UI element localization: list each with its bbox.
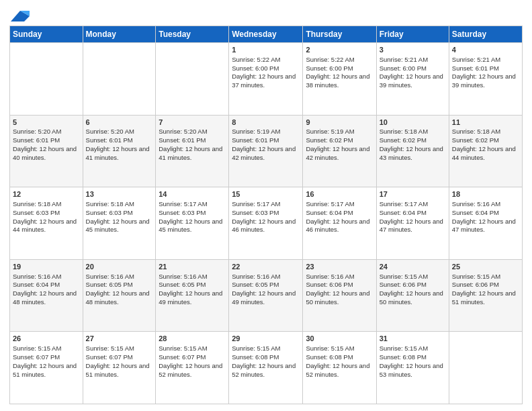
calendar-cell: 10Sunrise: 5:18 AMSunset: 6:02 PMDayligh… bbox=[376, 115, 449, 187]
daylight-text: Daylight: 12 hours and 45 minutes. bbox=[86, 218, 150, 234]
sunrise-text: Sunrise: 5:15 AM bbox=[452, 273, 500, 280]
calendar-cell: 18Sunrise: 5:16 AMSunset: 6:04 PMDayligh… bbox=[449, 187, 522, 260]
daylight-text: Daylight: 12 hours and 47 minutes. bbox=[380, 218, 443, 234]
sunset-text: Sunset: 6:01 PM bbox=[232, 136, 279, 144]
sunset-text: Sunset: 6:01 PM bbox=[452, 64, 499, 72]
sunrise-text: Sunrise: 5:22 AM bbox=[232, 56, 280, 63]
day-number: 10 bbox=[380, 118, 446, 128]
day-number: 17 bbox=[380, 189, 446, 199]
daylight-text: Daylight: 12 hours and 44 minutes. bbox=[13, 218, 77, 234]
daylight-text: Daylight: 12 hours and 50 minutes. bbox=[380, 289, 443, 306]
week-row-2: 5Sunrise: 5:20 AMSunset: 6:01 PMDaylight… bbox=[10, 115, 523, 187]
calendar-cell: 16Sunrise: 5:17 AMSunset: 6:04 PMDayligh… bbox=[303, 187, 376, 260]
sunset-text: Sunset: 6:00 PM bbox=[232, 64, 279, 72]
day-number: 22 bbox=[232, 262, 300, 272]
week-row-4: 19Sunrise: 5:16 AMSunset: 6:04 PMDayligh… bbox=[10, 259, 523, 332]
sunset-text: Sunset: 6:08 PM bbox=[232, 353, 279, 361]
sunset-text: Sunset: 6:06 PM bbox=[306, 281, 353, 288]
day-number: 11 bbox=[452, 118, 519, 128]
sunrise-text: Sunrise: 5:18 AM bbox=[452, 128, 500, 135]
calendar-cell: 2Sunrise: 5:22 AMSunset: 6:00 PMDaylight… bbox=[303, 43, 376, 116]
calendar-cell: 29Sunrise: 5:15 AMSunset: 6:08 PMDayligh… bbox=[229, 332, 303, 404]
weekday-header-wednesday: Wednesday bbox=[229, 26, 303, 43]
calendar-cell: 23Sunrise: 5:16 AMSunset: 6:06 PMDayligh… bbox=[303, 259, 376, 332]
sunrise-text: Sunrise: 5:15 AM bbox=[380, 273, 428, 280]
day-number: 31 bbox=[380, 334, 446, 344]
daylight-text: Daylight: 12 hours and 52 minutes. bbox=[159, 362, 222, 378]
sunrise-text: Sunrise: 5:17 AM bbox=[306, 200, 354, 208]
day-number: 14 bbox=[159, 189, 226, 199]
sunrise-text: Sunrise: 5:20 AM bbox=[86, 128, 134, 135]
daylight-text: Daylight: 12 hours and 52 minutes. bbox=[232, 362, 296, 378]
sunset-text: Sunset: 6:03 PM bbox=[159, 209, 206, 216]
calendar-cell: 7Sunrise: 5:20 AMSunset: 6:01 PMDaylight… bbox=[156, 115, 229, 187]
sunrise-text: Sunrise: 5:18 AM bbox=[13, 200, 61, 208]
day-number: 6 bbox=[86, 118, 153, 128]
weekday-header-row: SundayMondayTuesdayWednesdayThursdayFrid… bbox=[10, 26, 523, 43]
sunrise-text: Sunrise: 5:17 AM bbox=[159, 200, 207, 208]
sunrise-text: Sunrise: 5:21 AM bbox=[452, 56, 500, 63]
daylight-text: Daylight: 12 hours and 47 minutes. bbox=[452, 218, 516, 234]
daylight-text: Daylight: 12 hours and 41 minutes. bbox=[159, 145, 222, 161]
sunrise-text: Sunrise: 5:16 AM bbox=[232, 273, 280, 280]
day-number: 2 bbox=[306, 45, 373, 55]
day-number: 18 bbox=[452, 189, 519, 199]
daylight-text: Daylight: 12 hours and 44 minutes. bbox=[452, 145, 516, 161]
calendar-cell: 19Sunrise: 5:16 AMSunset: 6:04 PMDayligh… bbox=[10, 259, 83, 332]
weekday-header-tuesday: Tuesday bbox=[156, 26, 229, 43]
calendar: SundayMondayTuesdayWednesdayThursdayFrid… bbox=[9, 26, 523, 404]
daylight-text: Daylight: 12 hours and 53 minutes. bbox=[380, 362, 443, 378]
sunset-text: Sunset: 6:00 PM bbox=[380, 64, 427, 72]
calendar-cell: 21Sunrise: 5:16 AMSunset: 6:05 PMDayligh… bbox=[156, 259, 229, 332]
daylight-text: Daylight: 12 hours and 51 minutes. bbox=[13, 362, 77, 378]
sunrise-text: Sunrise: 5:15 AM bbox=[380, 345, 428, 352]
weekday-header-monday: Monday bbox=[83, 26, 156, 43]
daylight-text: Daylight: 12 hours and 49 minutes. bbox=[232, 289, 296, 306]
sunset-text: Sunset: 6:04 PM bbox=[13, 281, 60, 288]
sunrise-text: Sunrise: 5:16 AM bbox=[86, 273, 134, 280]
sunrise-text: Sunrise: 5:18 AM bbox=[380, 128, 428, 135]
calendar-cell: 9Sunrise: 5:19 AMSunset: 6:02 PMDaylight… bbox=[303, 115, 376, 187]
calendar-cell: 20Sunrise: 5:16 AMSunset: 6:05 PMDayligh… bbox=[83, 259, 156, 332]
sunset-text: Sunset: 6:07 PM bbox=[159, 353, 206, 361]
day-number: 29 bbox=[232, 334, 300, 344]
sunset-text: Sunset: 6:03 PM bbox=[86, 209, 133, 216]
sunrise-text: Sunrise: 5:20 AM bbox=[159, 128, 207, 135]
sunrise-text: Sunrise: 5:20 AM bbox=[13, 128, 61, 135]
daylight-text: Daylight: 12 hours and 45 minutes. bbox=[159, 218, 222, 234]
calendar-cell: 27Sunrise: 5:15 AMSunset: 6:07 PMDayligh… bbox=[83, 332, 156, 404]
daylight-text: Daylight: 12 hours and 37 minutes. bbox=[232, 73, 296, 89]
week-row-3: 12Sunrise: 5:18 AMSunset: 6:03 PMDayligh… bbox=[10, 187, 523, 260]
sunset-text: Sunset: 6:05 PM bbox=[232, 281, 279, 288]
week-row-1: 1Sunrise: 5:22 AMSunset: 6:00 PMDaylight… bbox=[10, 43, 523, 116]
calendar-cell bbox=[10, 43, 83, 116]
weekday-header-friday: Friday bbox=[376, 26, 449, 43]
day-number: 24 bbox=[380, 262, 446, 272]
sunrise-text: Sunrise: 5:17 AM bbox=[232, 200, 280, 208]
sunset-text: Sunset: 6:07 PM bbox=[86, 353, 133, 361]
daylight-text: Daylight: 12 hours and 51 minutes. bbox=[452, 289, 516, 306]
day-number: 30 bbox=[306, 334, 373, 344]
weekday-header-thursday: Thursday bbox=[303, 26, 376, 43]
day-number: 4 bbox=[452, 45, 519, 55]
calendar-cell bbox=[83, 43, 156, 116]
day-number: 13 bbox=[86, 189, 153, 199]
daylight-text: Daylight: 12 hours and 38 minutes. bbox=[306, 73, 369, 89]
sunset-text: Sunset: 6:02 PM bbox=[306, 136, 353, 144]
sunrise-text: Sunrise: 5:15 AM bbox=[232, 345, 280, 352]
day-number: 8 bbox=[232, 118, 300, 128]
day-number: 25 bbox=[452, 262, 519, 272]
logo bbox=[9, 9, 30, 23]
sunset-text: Sunset: 6:05 PM bbox=[159, 281, 206, 288]
daylight-text: Daylight: 12 hours and 41 minutes. bbox=[86, 145, 150, 161]
sunset-text: Sunset: 6:06 PM bbox=[452, 281, 499, 288]
day-number: 23 bbox=[306, 262, 373, 272]
day-number: 1 bbox=[232, 45, 300, 55]
calendar-cell: 3Sunrise: 5:21 AMSunset: 6:00 PMDaylight… bbox=[376, 43, 449, 116]
calendar-cell bbox=[156, 43, 229, 116]
day-number: 5 bbox=[13, 118, 80, 128]
sunset-text: Sunset: 6:03 PM bbox=[13, 209, 60, 216]
sunset-text: Sunset: 6:04 PM bbox=[452, 209, 499, 216]
sunset-text: Sunset: 6:03 PM bbox=[232, 209, 279, 216]
sunset-text: Sunset: 6:01 PM bbox=[86, 136, 133, 144]
